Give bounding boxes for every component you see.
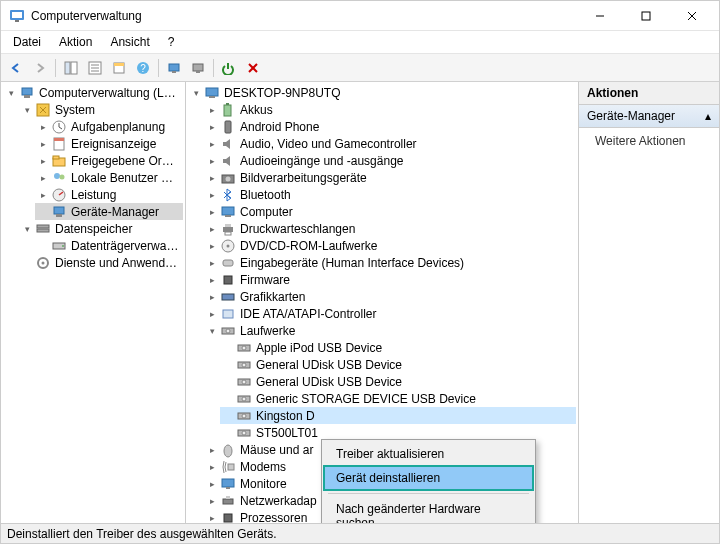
- device-category[interactable]: ▸Audio, Video und Gamecontroller: [204, 135, 576, 152]
- device-item[interactable]: Apple iPod USB Device: [220, 339, 576, 356]
- users-icon: [51, 170, 67, 186]
- tree-group[interactable]: Dienste und Anwendungen: [19, 254, 183, 271]
- chevron-icon[interactable]: ▸: [206, 444, 218, 456]
- console-tree-panel: ▾Computerverwaltung (Lokal)▾System▸Aufga…: [1, 82, 186, 523]
- forward-button[interactable]: [29, 57, 51, 79]
- tree-root[interactable]: ▾Computerverwaltung (Lokal): [3, 84, 183, 101]
- show-hide-tree-button[interactable]: [60, 57, 82, 79]
- chevron-icon[interactable]: ▸: [206, 172, 218, 184]
- chevron-icon[interactable]: ▸: [37, 121, 49, 133]
- chevron-icon[interactable]: ▸: [37, 138, 49, 150]
- tree-item[interactable]: ▸Lokale Benutzer und Gr: [35, 169, 183, 186]
- chevron-icon[interactable]: ▸: [206, 291, 218, 303]
- device-category[interactable]: ▸Grafikkarten: [204, 288, 576, 305]
- actions-subtitle[interactable]: Geräte-Manager ▴: [579, 105, 719, 128]
- scan-hardware-button[interactable]: [163, 57, 185, 79]
- drive-icon: [220, 323, 236, 339]
- chevron-icon[interactable]: ▸: [206, 189, 218, 201]
- device-category[interactable]: ▸IDE ATA/ATAPI-Controller: [204, 305, 576, 322]
- chevron-icon[interactable]: ▸: [206, 240, 218, 252]
- chevron-down-icon[interactable]: ▾: [5, 87, 17, 99]
- svg-point-65: [242, 363, 246, 367]
- pc-icon: [220, 204, 236, 220]
- menu-aktion[interactable]: Aktion: [51, 33, 100, 51]
- close-button[interactable]: [669, 1, 715, 31]
- chevron-icon[interactable]: ▸: [206, 257, 218, 269]
- export-button[interactable]: [108, 57, 130, 79]
- tree-item[interactable]: Geräte-Manager: [35, 203, 183, 220]
- chevron-icon[interactable]: ▸: [206, 104, 218, 116]
- net-icon: [220, 493, 236, 509]
- device-item[interactable]: General UDisk USB Device: [220, 373, 576, 390]
- svg-rect-2: [15, 20, 19, 22]
- chevron-icon[interactable]: ▾: [206, 325, 218, 337]
- chevron-icon[interactable]: ▸: [37, 189, 49, 201]
- properties-button[interactable]: [84, 57, 106, 79]
- chevron-icon[interactable]: ▸: [206, 138, 218, 150]
- chevron-icon[interactable]: ▸: [206, 274, 218, 286]
- svg-point-55: [227, 244, 230, 247]
- chevron-icon[interactable]: ▸: [206, 495, 218, 507]
- svg-rect-14: [114, 63, 124, 66]
- tree-item[interactable]: ▸Aufgabenplanung: [35, 118, 183, 135]
- chevron-icon[interactable]: ▸: [206, 206, 218, 218]
- tree-group[interactable]: ▾Datenspeicher: [19, 220, 183, 237]
- device-root[interactable]: ▾DESKTOP-9NP8UTQ: [188, 84, 576, 101]
- device-category[interactable]: ▸Firmware: [204, 271, 576, 288]
- minimize-button[interactable]: [577, 1, 623, 31]
- chevron-icon[interactable]: ▸: [206, 121, 218, 133]
- chevron-icon[interactable]: [37, 206, 49, 218]
- update-driver-button[interactable]: [187, 57, 209, 79]
- chevron-icon[interactable]: ▸: [37, 172, 49, 184]
- uninstall-device-button[interactable]: [242, 57, 264, 79]
- chevron-icon[interactable]: ▸: [37, 155, 49, 167]
- device-item[interactable]: General UDisk USB Device: [220, 356, 576, 373]
- chevron-down-icon[interactable]: ▾: [190, 87, 202, 99]
- menu-datei[interactable]: Datei: [5, 33, 49, 51]
- device-category[interactable]: ▸Druckwarteschlangen: [204, 220, 576, 237]
- ctx-scan-hardware[interactable]: Nach geänderter Hardware suchen: [324, 497, 533, 523]
- device-category[interactable]: ▸Android Phone: [204, 118, 576, 135]
- bt-icon: [220, 187, 236, 203]
- chevron-icon[interactable]: ▸: [206, 461, 218, 473]
- device-category[interactable]: ▾Laufwerke: [204, 322, 576, 339]
- ctx-uninstall-device[interactable]: Gerät deinstallieren: [324, 466, 533, 490]
- chevron-icon[interactable]: [21, 257, 33, 269]
- device-item[interactable]: Generic STORAGE DEVICE USB Device: [220, 390, 576, 407]
- tree-item[interactable]: ▸Freigegebene Ordner: [35, 152, 183, 169]
- chevron-icon[interactable]: ▸: [206, 155, 218, 167]
- device-category[interactable]: ▸Bluetooth: [204, 186, 576, 203]
- chevron-icon[interactable]: ▾: [21, 104, 33, 116]
- tree-group[interactable]: ▾System: [19, 101, 183, 118]
- drive-icon: [236, 357, 252, 373]
- chevron-icon[interactable]: ▸: [206, 512, 218, 524]
- menu-help[interactable]: ?: [160, 33, 183, 51]
- back-button[interactable]: [5, 57, 27, 79]
- svg-rect-75: [228, 464, 234, 470]
- device-category[interactable]: ▸Computer: [204, 203, 576, 220]
- menu-ansicht[interactable]: Ansicht: [102, 33, 157, 51]
- actions-more-link[interactable]: Weitere Aktionen: [579, 128, 719, 154]
- chevron-icon[interactable]: ▾: [21, 223, 33, 235]
- device-category[interactable]: ▸Bildverarbeitungsgeräte: [204, 169, 576, 186]
- help-button[interactable]: ?: [132, 57, 154, 79]
- ctx-update-driver[interactable]: Treiber aktualisieren: [324, 442, 533, 466]
- maximize-button[interactable]: [623, 1, 669, 31]
- tree-item[interactable]: Datenträgerverwaltung: [35, 237, 183, 254]
- chevron-icon[interactable]: [37, 240, 49, 252]
- chevron-icon[interactable]: ▸: [206, 308, 218, 320]
- device-category[interactable]: ▸Audioeingänge und -ausgänge: [204, 152, 576, 169]
- shared-icon: [51, 153, 67, 169]
- tree-item[interactable]: ▸Ereignisanzeige: [35, 135, 183, 152]
- chevron-icon[interactable]: ▸: [206, 223, 218, 235]
- chevron-icon[interactable]: ▸: [206, 478, 218, 490]
- device-category[interactable]: ▸DVD/CD-ROM-Laufwerke: [204, 237, 576, 254]
- device-item[interactable]: Kingston D: [220, 407, 576, 424]
- services-icon: [35, 255, 51, 271]
- device-category[interactable]: ▸Eingabegeräte (Human Interface Devices): [204, 254, 576, 271]
- actions-panel: Aktionen Geräte-Manager ▴ Weitere Aktion…: [579, 82, 719, 523]
- tree-item[interactable]: ▸Leistung: [35, 186, 183, 203]
- enable-device-button[interactable]: [218, 57, 240, 79]
- svg-rect-46: [225, 121, 231, 133]
- device-category[interactable]: ▸Akkus: [204, 101, 576, 118]
